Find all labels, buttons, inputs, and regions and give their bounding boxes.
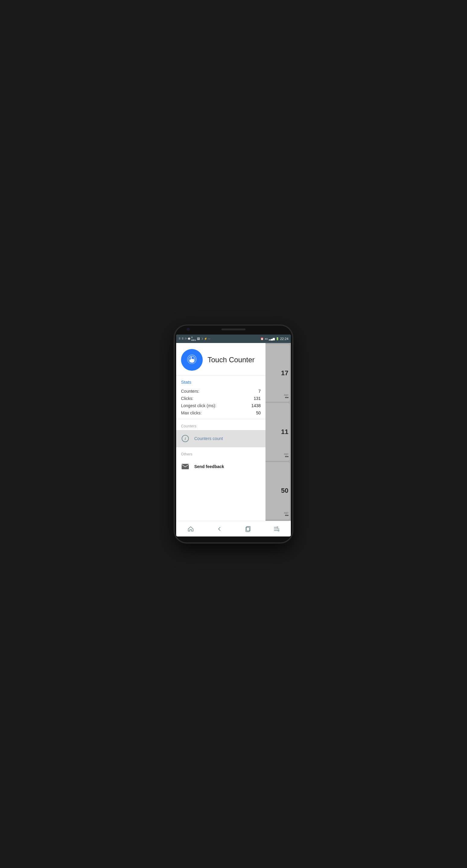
lte-icon: 4G — [265, 338, 268, 340]
recents-button[interactable] — [240, 521, 256, 536]
dots-icon: ··· — [208, 337, 211, 340]
stat-label-max: Max clicks: — [181, 410, 202, 415]
back-button[interactable] — [212, 521, 227, 536]
recents-icon — [245, 526, 251, 532]
svg-point-9 — [276, 527, 278, 528]
speed-icon: 0kB/s — [191, 336, 196, 341]
stat-row-counters: Counters: 7 — [181, 388, 261, 395]
image-icon: 🖼 — [197, 337, 200, 340]
screen: ⠿ ⠿ ⚐ ➊ 0kB/s 🖼 ☽ ⚡ ··· ⏰ 4G ▂▄▆ 🔋 22:24 — [176, 335, 291, 536]
signal-dots-icon2: ⠿ — [182, 337, 184, 340]
touch-counter-icon — [185, 353, 199, 367]
counters-count-item[interactable]: i Counters count — [176, 430, 265, 447]
info-circle-icon: i — [182, 435, 189, 442]
status-right: ⏰ 4G ▂▄▆ 🔋 22:24 — [260, 337, 288, 341]
bottom-nav — [176, 521, 291, 536]
flag-icon: ⚐ — [185, 337, 187, 340]
stat-value-longest: 1438 — [251, 403, 261, 408]
back-icon — [216, 526, 223, 532]
stat-label-counters: Counters: — [181, 389, 199, 394]
menu-icon — [273, 526, 280, 532]
time-display: 22:24 — [280, 337, 288, 341]
mail-icon — [181, 464, 189, 470]
phone-frame: ⠿ ⠿ ⚐ ➊ 0kB/s 🖼 ☽ ⚡ ··· ⏰ 4G ▂▄▆ 🔋 22:24 — [175, 326, 292, 542]
stat-row-clicks: Clicks: 131 — [181, 395, 261, 402]
stat-value-clicks: 131 — [254, 396, 261, 401]
stat-label-longest: Longest click (ms): — [181, 403, 216, 408]
stat-row-longest: Longest click (ms): 1438 — [181, 402, 261, 409]
navigation-drawer: Touch Counter Stats Counters: 7 Clicks: … — [176, 343, 265, 521]
stat-value-counters: 7 — [259, 389, 261, 394]
stats-section: Stats Counters: 7 Clicks: 131 Longest cl… — [176, 376, 265, 419]
counters-count-label: Counters count — [194, 436, 223, 441]
stats-title: Stats — [181, 379, 261, 384]
app-icon — [181, 349, 203, 371]
signal-dots-icon: ⠿ — [179, 337, 181, 340]
svg-point-10 — [278, 530, 279, 531]
moon-icon: ☽ — [201, 337, 203, 340]
svg-rect-2 — [191, 357, 192, 359]
battery-icon: 🔋 — [276, 337, 279, 340]
one-icon: ➊ — [188, 337, 191, 340]
others-section-header: Others — [176, 447, 265, 458]
info-icon-wrapper: i — [181, 434, 189, 443]
home-icon — [187, 526, 194, 532]
stat-label-clicks: Clicks: — [181, 396, 194, 401]
signal-bars-icon: ▂▄▆ — [269, 337, 275, 340]
alarm-icon: ⏰ — [260, 337, 264, 340]
app-header: Touch Counter — [176, 343, 265, 375]
home-button[interactable] — [183, 521, 198, 536]
send-feedback-item[interactable]: Send feedback — [176, 458, 265, 475]
content-area: 17 ago ••• 11 ago ••• 50 ago ••• — [176, 343, 291, 521]
status-left: ⠿ ⠿ ⚐ ➊ 0kB/s 🖼 ☽ ⚡ ··· — [179, 336, 210, 341]
svg-rect-3 — [182, 464, 189, 469]
stat-value-max: 50 — [256, 410, 261, 415]
send-feedback-label: Send feedback — [194, 464, 224, 469]
app-title: Touch Counter — [208, 355, 255, 364]
usb-icon: ⚡ — [204, 337, 207, 340]
mail-icon-wrapper — [181, 462, 189, 471]
menu-button[interactable] — [269, 521, 284, 536]
counters-section-header: Counters — [176, 419, 265, 430]
status-bar: ⠿ ⠿ ⚐ ➊ 0kB/s 🖼 ☽ ⚡ ··· ⏰ 4G ▂▄▆ 🔋 22:24 — [176, 335, 291, 343]
stat-row-max: Max clicks: 50 — [181, 409, 261, 416]
